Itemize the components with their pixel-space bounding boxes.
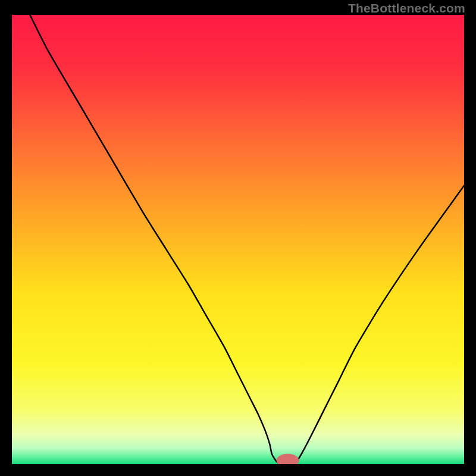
chart-frame: TheBottleneck.com bbox=[0, 0, 476, 476]
gradient-background bbox=[12, 15, 464, 464]
watermark-text: TheBottleneck.com bbox=[348, 1, 465, 15]
plot-area bbox=[12, 15, 464, 464]
chart-svg bbox=[12, 15, 464, 464]
